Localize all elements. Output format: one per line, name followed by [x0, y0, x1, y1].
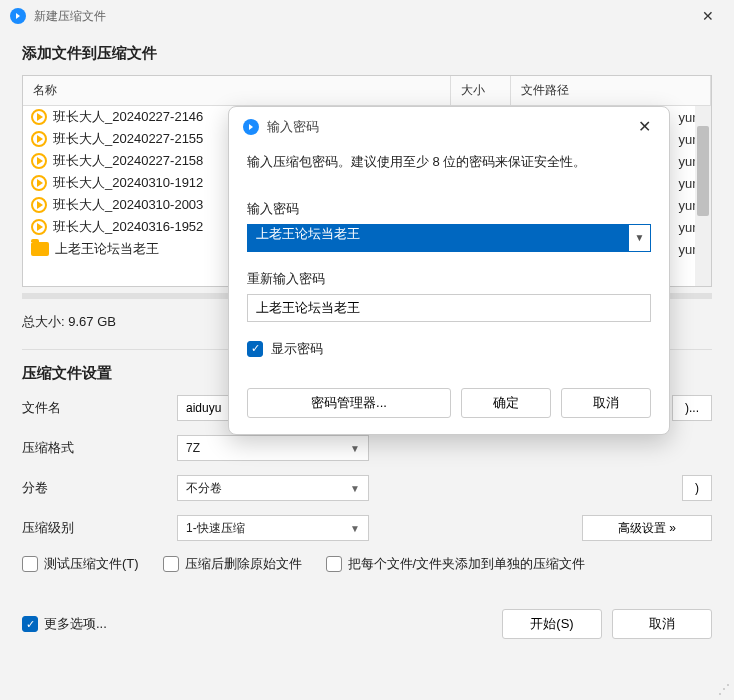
- more-options-toggle[interactable]: ✓ 更多选项...: [22, 615, 107, 633]
- split-dropdown[interactable]: 不分卷 ▼: [177, 475, 369, 501]
- password-confirm-input[interactable]: [248, 295, 650, 321]
- level-dropdown[interactable]: 1-快速压缩 ▼: [177, 515, 369, 541]
- chevron-down-icon: ▼: [350, 483, 360, 494]
- separate-archives-checkbox[interactable]: 把每个文件/文件夹添加到单独的压缩文件: [326, 555, 586, 573]
- add-files-heading: 添加文件到压缩文件: [22, 44, 712, 63]
- video-file-icon: [31, 153, 47, 169]
- window-title: 新建压缩文件: [34, 8, 692, 25]
- video-file-icon: [31, 219, 47, 235]
- resize-grip-icon[interactable]: ⋰: [718, 682, 730, 696]
- chevron-down-icon: ▼: [350, 523, 360, 534]
- start-button[interactable]: 开始(S): [502, 609, 602, 639]
- column-name[interactable]: 名称: [23, 76, 451, 105]
- video-file-icon: [31, 109, 47, 125]
- app-icon: [10, 8, 26, 24]
- filename-label: 文件名: [22, 399, 167, 417]
- password-confirm-label: 重新输入密码: [247, 270, 651, 288]
- app-icon: [243, 119, 259, 135]
- password-input[interactable]: 上老王论坛当老王: [248, 225, 628, 251]
- checkbox-checked-icon: ✓: [247, 341, 263, 357]
- password-history-dropdown[interactable]: ▼: [628, 225, 650, 251]
- ok-button[interactable]: 确定: [461, 388, 551, 418]
- column-path[interactable]: 文件路径: [511, 76, 711, 105]
- split-label: 分卷: [22, 479, 167, 497]
- password-label: 输入密码: [247, 200, 651, 218]
- scrollbar-thumb[interactable]: [697, 126, 709, 216]
- split-extra-button[interactable]: ): [682, 475, 712, 501]
- dialog-close-button[interactable]: ✕: [634, 117, 655, 136]
- file-list-header: 名称 大小 文件路径: [23, 76, 711, 106]
- password-dialog: 输入密码 ✕ 输入压缩包密码。建议使用至少 8 位的密码来保证安全性。 输入密码…: [228, 106, 670, 435]
- window-close-button[interactable]: ✕: [692, 4, 724, 28]
- dialog-title: 输入密码: [267, 118, 634, 136]
- advanced-settings-button[interactable]: 高级设置 »: [582, 515, 712, 541]
- test-archive-checkbox[interactable]: 测试压缩文件(T): [22, 555, 139, 573]
- show-password-checkbox[interactable]: ✓ 显示密码: [247, 340, 651, 358]
- format-dropdown[interactable]: 7Z ▼: [177, 435, 369, 461]
- checkbox-icon: [326, 556, 342, 572]
- password-manager-button[interactable]: 密码管理器...: [247, 388, 451, 418]
- chevron-down-icon: ▼: [635, 232, 645, 243]
- format-label: 压缩格式: [22, 439, 167, 457]
- dialog-cancel-button[interactable]: 取消: [561, 388, 651, 418]
- video-file-icon: [31, 175, 47, 191]
- scrollbar[interactable]: [695, 106, 711, 286]
- delete-originals-checkbox[interactable]: 压缩后删除原始文件: [163, 555, 302, 573]
- checkbox-checked-icon: ✓: [22, 616, 38, 632]
- folder-icon: [31, 242, 49, 256]
- column-size[interactable]: 大小: [451, 76, 511, 105]
- video-file-icon: [31, 197, 47, 213]
- chevron-down-icon: ▼: [350, 443, 360, 454]
- checkbox-icon: [163, 556, 179, 572]
- level-label: 压缩级别: [22, 519, 167, 537]
- dialog-hint: 输入压缩包密码。建议使用至少 8 位的密码来保证安全性。: [247, 152, 651, 172]
- window-titlebar: 新建压缩文件 ✕: [0, 0, 734, 32]
- cancel-button[interactable]: 取消: [612, 609, 712, 639]
- checkbox-icon: [22, 556, 38, 572]
- video-file-icon: [31, 131, 47, 147]
- filename-browse-button[interactable]: )...: [672, 395, 712, 421]
